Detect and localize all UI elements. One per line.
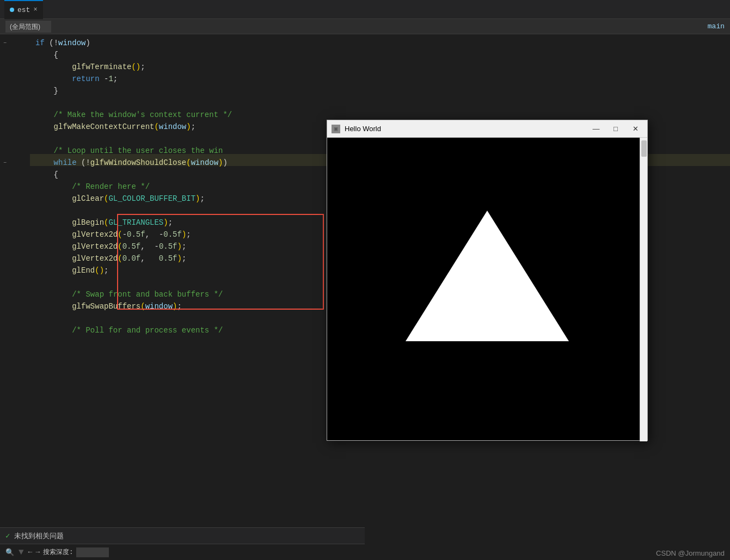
gutter-line xyxy=(0,276,30,288)
hw-scrollbar[interactable] xyxy=(640,138,647,441)
gutter-line xyxy=(0,169,30,181)
code-line: { xyxy=(35,49,730,61)
gutter-line xyxy=(0,300,30,312)
gutter-line xyxy=(0,205,30,217)
tab-item[interactable]: est × xyxy=(4,0,43,19)
depth-input[interactable] xyxy=(76,547,109,557)
gutter-line xyxy=(0,193,30,205)
breadcrumb-bar: (全局范围) main xyxy=(0,19,730,34)
gutter-line xyxy=(0,217,30,229)
gutter-line xyxy=(0,264,30,276)
code-line: glfwTerminate(); xyxy=(35,61,730,73)
gutter-line xyxy=(0,145,30,157)
hw-titlebar: ▣ Hello World — □ ✕ xyxy=(327,120,647,138)
tab-dot xyxy=(10,8,14,12)
code-line: if (!window) xyxy=(35,37,730,49)
bottom-toolbar: 🔍 ▼ ← → 搜索深度: xyxy=(0,544,365,560)
gutter-line: − xyxy=(0,157,30,169)
gutter-line xyxy=(0,181,30,193)
scope-selector[interactable]: (全局范围) xyxy=(5,21,51,33)
opengl-triangle xyxy=(406,211,569,341)
status-bar: ✓ 未找到相关问题 xyxy=(0,527,365,544)
code-line: /* Make the window's context current */ xyxy=(35,109,730,121)
gutter-line xyxy=(0,312,30,324)
gutter-line xyxy=(0,97,30,109)
gutter-line xyxy=(0,61,30,73)
gutter-line xyxy=(0,324,30,336)
status-check-icon: ✓ xyxy=(5,531,10,540)
gutter-line: − xyxy=(0,37,30,49)
gutter-line xyxy=(0,253,30,264)
gutter-line xyxy=(0,109,30,121)
code-line: } xyxy=(35,85,730,97)
hw-maximize-button[interactable]: □ xyxy=(608,121,623,137)
gutter-line xyxy=(0,49,30,61)
gutter-line xyxy=(0,229,30,241)
gutter-line xyxy=(0,133,30,145)
csdn-watermark: CSDN @Jormungand xyxy=(656,549,725,557)
line-gutter: − − xyxy=(0,34,30,527)
search-icon[interactable]: 🔍 xyxy=(5,548,14,557)
gutter-line xyxy=(0,85,30,97)
status-message: 未找到相关问题 xyxy=(14,531,64,541)
hello-world-window[interactable]: ▣ Hello World — □ ✕ xyxy=(327,120,648,441)
hw-app-icon: ▣ xyxy=(332,125,340,133)
code-line: return -1; xyxy=(35,73,730,85)
gutter-line xyxy=(0,73,30,85)
hw-close-button[interactable]: ✕ xyxy=(628,121,643,137)
hw-scroll-thumb[interactable] xyxy=(641,140,647,157)
hw-minimize-button[interactable]: — xyxy=(588,121,604,137)
tab-close-icon[interactable]: × xyxy=(33,6,37,14)
tab-label: est xyxy=(17,6,30,14)
back-icon[interactable]: ← xyxy=(28,548,33,556)
forward-icon[interactable]: → xyxy=(35,548,40,556)
collapse-btn[interactable]: − xyxy=(1,39,9,47)
code-line xyxy=(35,97,730,109)
hw-title: Hello World xyxy=(345,125,584,133)
breadcrumb-symbol: main xyxy=(708,22,725,30)
depth-label: 搜索深度: xyxy=(43,547,73,557)
tab-bar: est × xyxy=(0,0,730,19)
hw-canvas xyxy=(327,138,647,440)
gutter-line xyxy=(0,241,30,253)
toolbar-sep: ▼ xyxy=(19,547,24,557)
collapse-btn-2[interactable]: − xyxy=(1,159,9,167)
gutter-line xyxy=(0,121,30,133)
gutter-line xyxy=(0,288,30,300)
